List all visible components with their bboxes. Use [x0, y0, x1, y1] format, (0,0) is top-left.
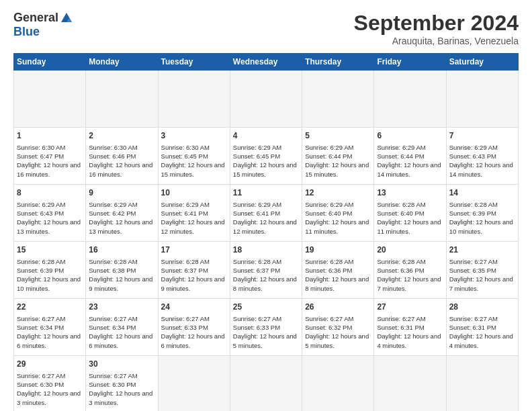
calendar-cell [374, 71, 446, 128]
sunrise-text: Sunrise: 6:29 AM [17, 201, 65, 208]
calendar-cell: 11Sunrise: 6:29 AMSunset: 6:41 PMDayligh… [230, 185, 302, 242]
daylight-text: Daylight: 12 hours and 4 minutes. [377, 332, 441, 349]
calendar-cell: 18Sunrise: 6:28 AMSunset: 6:37 PMDayligh… [230, 242, 302, 299]
calendar-cell [158, 356, 230, 412]
sunrise-text: Sunrise: 6:27 AM [377, 315, 425, 322]
calendar-cell: 12Sunrise: 6:29 AMSunset: 6:40 PMDayligh… [302, 185, 374, 242]
day-number: 28 [449, 302, 515, 313]
sunset-text: Sunset: 6:33 PM [233, 324, 280, 331]
day-number: 11 [233, 187, 299, 199]
col-monday: Monday [86, 54, 158, 71]
calendar-cell: 14Sunrise: 6:28 AMSunset: 6:39 PMDayligh… [446, 185, 518, 242]
calendar-cell [446, 356, 518, 412]
daylight-text: Daylight: 12 hours and 6 minutes. [89, 332, 152, 349]
calendar-cell [446, 71, 518, 128]
sunrise-text: Sunrise: 6:29 AM [377, 144, 425, 151]
daylight-text: Daylight: 12 hours and 12 minutes. [233, 218, 297, 234]
daylight-text: Daylight: 12 hours and 4 minutes. [449, 332, 513, 349]
col-saturday: Saturday [446, 54, 518, 71]
calendar-cell: 8Sunrise: 6:29 AMSunset: 6:43 PMDaylight… [14, 185, 86, 242]
day-number: 26 [305, 302, 371, 313]
calendar-cell [14, 71, 86, 128]
daylight-text: Daylight: 12 hours and 5 minutes. [233, 332, 297, 349]
calendar-cell: 6Sunrise: 6:29 AMSunset: 6:44 PMDaylight… [374, 128, 446, 185]
calendar-cell: 23Sunrise: 6:27 AMSunset: 6:34 PMDayligh… [86, 299, 158, 356]
day-number: 18 [233, 244, 299, 256]
calendar-cell: 3Sunrise: 6:30 AMSunset: 6:45 PMDaylight… [158, 128, 230, 185]
daylight-text: Daylight: 12 hours and 14 minutes. [377, 161, 441, 177]
page: General Blue September 2024 Arauquita, B… [0, 0, 532, 411]
calendar-week-0 [14, 71, 519, 128]
calendar-body: 1Sunrise: 6:30 AMSunset: 6:47 PMDaylight… [14, 71, 519, 412]
calendar-cell: 25Sunrise: 6:27 AMSunset: 6:33 PMDayligh… [230, 299, 302, 356]
day-number: 14 [449, 187, 515, 199]
daylight-text: Daylight: 12 hours and 16 minutes. [89, 161, 152, 177]
sunrise-text: Sunrise: 6:29 AM [305, 201, 353, 208]
sunrise-text: Sunrise: 6:29 AM [449, 144, 498, 151]
daylight-text: Daylight: 12 hours and 8 minutes. [305, 275, 369, 291]
sunrise-text: Sunrise: 6:27 AM [89, 315, 137, 322]
calendar-cell: 30Sunrise: 6:27 AMSunset: 6:30 PMDayligh… [86, 356, 158, 412]
header: General Blue September 2024 Arauquita, B… [13, 11, 519, 46]
col-friday: Friday [374, 54, 446, 71]
sunset-text: Sunset: 6:39 PM [17, 267, 64, 274]
sunset-text: Sunset: 6:47 PM [17, 152, 64, 160]
calendar-cell: 13Sunrise: 6:28 AMSunset: 6:40 PMDayligh… [374, 185, 446, 242]
calendar-cell: 29Sunrise: 6:27 AMSunset: 6:30 PMDayligh… [14, 356, 86, 412]
calendar-cell [86, 71, 158, 128]
daylight-text: Daylight: 12 hours and 15 minutes. [305, 161, 369, 177]
calendar-header: Sunday Monday Tuesday Wednesday Thursday… [14, 54, 519, 71]
title-area: September 2024 Arauquita, Barinas, Venez… [354, 11, 519, 46]
calendar-week-2: 8Sunrise: 6:29 AMSunset: 6:43 PMDaylight… [14, 185, 519, 242]
calendar-week-5: 29Sunrise: 6:27 AMSunset: 6:30 PMDayligh… [14, 356, 519, 412]
day-number: 9 [89, 187, 154, 199]
col-thursday: Thursday [302, 54, 374, 71]
day-number: 17 [161, 244, 227, 256]
daylight-text: Daylight: 12 hours and 3 minutes. [89, 390, 152, 406]
daylight-text: Daylight: 12 hours and 12 minutes. [161, 218, 225, 234]
calendar-cell: 10Sunrise: 6:29 AMSunset: 6:41 PMDayligh… [158, 185, 230, 242]
calendar-cell: 17Sunrise: 6:28 AMSunset: 6:37 PMDayligh… [158, 242, 230, 299]
sunset-text: Sunset: 6:30 PM [17, 381, 64, 388]
sunrise-text: Sunrise: 6:29 AM [89, 201, 137, 208]
calendar-cell [158, 71, 230, 128]
sunset-text: Sunset: 6:37 PM [161, 267, 208, 274]
day-number: 27 [377, 302, 443, 313]
sunrise-text: Sunrise: 6:28 AM [377, 201, 425, 208]
calendar-cell: 24Sunrise: 6:27 AMSunset: 6:33 PMDayligh… [158, 299, 230, 356]
day-number: 5 [305, 130, 371, 142]
daylight-text: Daylight: 12 hours and 11 minutes. [305, 218, 369, 234]
daylight-text: Daylight: 12 hours and 9 minutes. [161, 275, 225, 291]
sunset-text: Sunset: 6:34 PM [17, 324, 64, 331]
subtitle: Arauquita, Barinas, Venezuela [354, 36, 519, 46]
logo-icon [60, 11, 73, 25]
sunset-text: Sunset: 6:43 PM [449, 152, 496, 160]
sunrise-text: Sunrise: 6:28 AM [161, 258, 210, 265]
sunset-text: Sunset: 6:38 PM [89, 267, 136, 274]
daylight-text: Daylight: 12 hours and 15 minutes. [161, 161, 225, 177]
calendar-cell: 15Sunrise: 6:28 AMSunset: 6:39 PMDayligh… [14, 242, 86, 299]
sunrise-text: Sunrise: 6:27 AM [17, 372, 65, 379]
sunset-text: Sunset: 6:31 PM [449, 324, 496, 331]
sunrise-text: Sunrise: 6:28 AM [305, 258, 353, 265]
daylight-text: Daylight: 12 hours and 6 minutes. [161, 332, 225, 349]
sunset-text: Sunset: 6:40 PM [377, 210, 424, 217]
calendar-week-3: 15Sunrise: 6:28 AMSunset: 6:39 PMDayligh… [14, 242, 519, 299]
sunrise-text: Sunrise: 6:30 AM [89, 144, 137, 151]
day-number: 23 [89, 302, 154, 313]
sunrise-text: Sunrise: 6:30 AM [161, 144, 210, 151]
sunset-text: Sunset: 6:34 PM [89, 324, 136, 331]
daylight-text: Daylight: 12 hours and 9 minutes. [89, 275, 152, 291]
calendar-cell [302, 356, 374, 412]
calendar-cell [230, 71, 302, 128]
sunrise-text: Sunrise: 6:27 AM [305, 315, 353, 322]
day-number: 24 [161, 302, 227, 313]
daylight-text: Daylight: 12 hours and 7 minutes. [449, 275, 513, 291]
sunset-text: Sunset: 6:42 PM [89, 210, 136, 217]
sunset-text: Sunset: 6:39 PM [449, 210, 496, 217]
sunrise-text: Sunrise: 6:27 AM [17, 315, 65, 322]
sunrise-text: Sunrise: 6:28 AM [377, 258, 425, 265]
sunset-text: Sunset: 6:44 PM [377, 152, 424, 160]
sunrise-text: Sunrise: 6:27 AM [449, 315, 498, 322]
daylight-text: Daylight: 12 hours and 10 minutes. [449, 218, 513, 234]
